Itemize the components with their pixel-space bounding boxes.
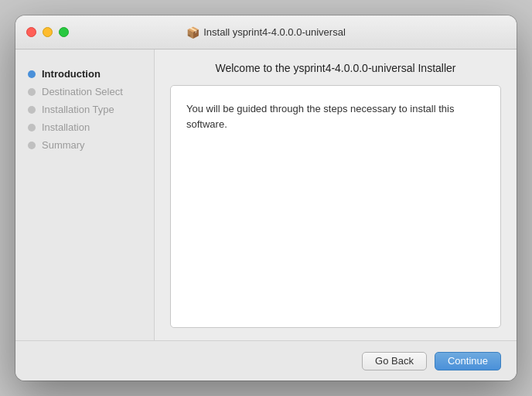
window-body: Introduction Destination Select Installa… <box>15 50 517 340</box>
maximize-button[interactable] <box>59 27 69 37</box>
sidebar-item-introduction[interactable]: Introduction <box>15 65 154 83</box>
go-back-button[interactable]: Go Back <box>362 352 427 370</box>
main-content: Welcome to the ysprint4-4.0.0.0-universa… <box>155 50 517 340</box>
sidebar-item-destination-select[interactable]: Destination Select <box>15 83 154 101</box>
welcome-title: Welcome to the ysprint4-4.0.0.0-universa… <box>170 62 501 74</box>
sidebar-label-destination: Destination Select <box>42 86 123 97</box>
sidebar: Introduction Destination Select Installa… <box>15 50 155 340</box>
sidebar-item-installation-type[interactable]: Installation Type <box>15 101 154 118</box>
installer-window: 📦 Install ysprint4-4.0.0.0-universal Int… <box>15 15 517 381</box>
sidebar-label-introduction: Introduction <box>42 68 101 80</box>
sidebar-label-summary: Summary <box>42 139 85 151</box>
sidebar-item-installation[interactable]: Installation <box>15 118 154 136</box>
app-icon: 📦 <box>186 26 199 39</box>
traffic-lights <box>26 27 69 37</box>
sidebar-item-summary[interactable]: Summary <box>15 136 154 154</box>
sidebar-bullet-installation-type <box>28 106 36 114</box>
sidebar-bullet-summary <box>28 142 36 149</box>
content-box: You will be guided through the steps nec… <box>170 85 501 328</box>
bottom-bar: Go Back Continue <box>15 340 517 381</box>
sidebar-bullet-installation <box>28 124 36 131</box>
sidebar-label-installation: Installation <box>42 121 90 133</box>
sidebar-label-installation-type: Installation Type <box>42 104 114 115</box>
minimize-button[interactable] <box>43 27 53 37</box>
sidebar-bullet-destination <box>28 88 36 96</box>
sidebar-bullet-introduction <box>28 70 36 78</box>
window-title: Install ysprint4-4.0.0.0-universal <box>203 26 346 38</box>
title-bar-content: 📦 Install ysprint4-4.0.0.0-universal <box>186 26 346 39</box>
close-button[interactable] <box>26 27 36 37</box>
title-bar: 📦 Install ysprint4-4.0.0.0-universal <box>15 15 517 50</box>
content-text: You will be guided through the steps nec… <box>186 103 454 130</box>
continue-button[interactable]: Continue <box>435 352 501 370</box>
